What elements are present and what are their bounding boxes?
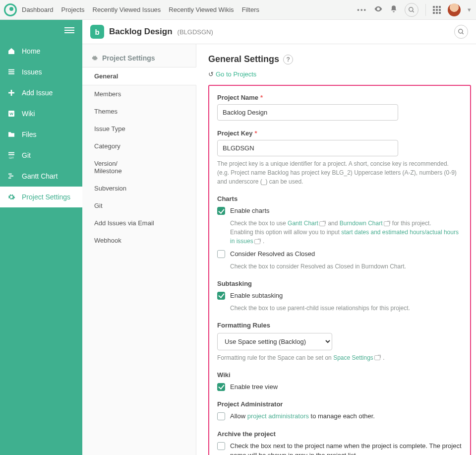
chevron-down-icon[interactable]: ▾ bbox=[468, 6, 471, 13]
nav-dashboard[interactable]: Dashboard bbox=[22, 6, 54, 13]
divider bbox=[425, 4, 426, 16]
nav-filters[interactable]: Filters bbox=[242, 6, 259, 13]
svg-line-1 bbox=[413, 10, 414, 12]
svg-point-0 bbox=[409, 7, 413, 11]
nav-recent-issues[interactable]: Recently Viewed Issues bbox=[93, 6, 161, 13]
watch-icon[interactable] bbox=[374, 4, 383, 15]
bell-icon[interactable] bbox=[390, 5, 398, 14]
nav-recent-wikis[interactable]: Recently Viewed Wikis bbox=[169, 6, 234, 13]
backlog-logo-icon[interactable] bbox=[4, 3, 17, 16]
apps-icon[interactable] bbox=[433, 6, 441, 14]
top-nav: Dashboard Projects Recently Viewed Issue… bbox=[22, 6, 259, 13]
topbar: Dashboard Projects Recently Viewed Issue… bbox=[0, 0, 476, 20]
avatar[interactable] bbox=[448, 3, 461, 16]
more-icon[interactable]: ••• bbox=[357, 6, 367, 13]
search-icon[interactable] bbox=[405, 3, 418, 17]
topbar-actions: ••• ▾ bbox=[357, 3, 471, 17]
nav-projects[interactable]: Projects bbox=[61, 6, 85, 13]
